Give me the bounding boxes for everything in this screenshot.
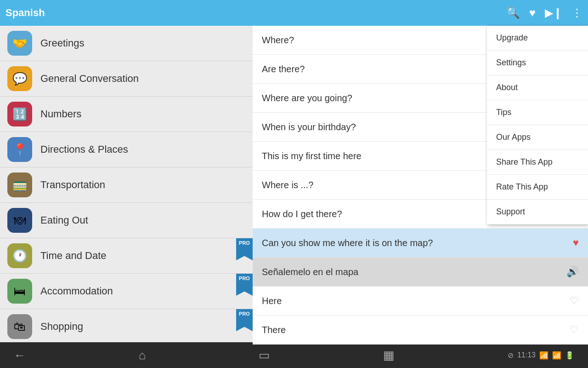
phrase-text-first-time: This is my first time here (262, 151, 362, 161)
phrase-text-show-map: Can you show me where it is on the map? (262, 238, 433, 248)
sidebar-label-general: General Conversation (40, 73, 139, 85)
eating-icon: 🍽 (7, 208, 32, 233)
dropdown-item-rate[interactable]: Rate This App (487, 175, 588, 200)
dropdown-item-settings[interactable]: Settings (487, 51, 588, 75)
app-title: Spanish (6, 7, 497, 19)
no-signal-icon: ⊘ (508, 351, 514, 360)
greetings-icon: 🤝 (7, 31, 32, 56)
sidebar-item-time[interactable]: 🕐Time and DatePRO (0, 238, 253, 274)
time-icon: 🕐 (7, 243, 32, 268)
dropdown-item-about[interactable]: About (487, 75, 588, 100)
sidebar-item-eating[interactable]: 🍽Eating Out (0, 203, 253, 238)
phrase-text-where: Where? (262, 35, 294, 46)
search-icon[interactable]: 🔍 (506, 6, 520, 19)
phrase-row-here[interactable]: Here♡ (253, 287, 588, 316)
sidebar-label-accommodation: Accommodation (40, 285, 113, 297)
phrase-text-where-is: Where is ...? (262, 180, 313, 190)
heart-icon-here[interactable]: ♡ (570, 295, 579, 307)
directions-icon: 📍 (7, 137, 32, 162)
signal-icon: 📶 (552, 351, 561, 360)
overflow-menu-icon[interactable]: ⋮ (571, 6, 582, 19)
dropdown-item-share[interactable]: Share This App (487, 150, 588, 175)
dropdown-item-our-apps[interactable]: Our Apps (487, 125, 588, 150)
status-bar: ⊘ 11:13 📶 📶 🔋 (508, 351, 574, 360)
phrase-text-birthday: When is your birthday? (262, 122, 356, 132)
content-wrapper: Where?♡Are there?♡Where are you going?♡W… (253, 26, 588, 342)
numbers-icon: 🔢 (7, 102, 32, 126)
pro-badge-accommodation: PRO (236, 274, 253, 296)
phrase-row-show-map[interactable]: Can you show me where it is on the map?♥ (253, 229, 588, 258)
play-icon[interactable]: ▶❙ (545, 6, 562, 19)
phrase-text-here: Here (262, 296, 282, 306)
dropdown-item-upgrade[interactable]: Upgrade (487, 26, 588, 51)
favorites-icon[interactable]: ♥ (529, 6, 536, 19)
shopping-icon: 🛍 (7, 314, 32, 339)
sidebar-label-directions: Directions & Places (40, 144, 128, 155)
main-layout: 🤝Greetings💬General Conversation🔢Numbers📍… (0, 26, 588, 342)
sidebar-item-numbers[interactable]: 🔢Numbers (0, 97, 253, 132)
phrase-text-how-get: How do I get there? (262, 209, 342, 219)
dropdown-item-support[interactable]: Support (487, 200, 588, 224)
phrase-text-where-going: Where are you going? (262, 93, 352, 104)
back-button[interactable]: ← (14, 348, 26, 362)
general-icon: 💬 (7, 66, 32, 91)
dropdown-menu: UpgradeSettingsAboutTipsOur AppsShare Th… (487, 26, 588, 224)
phrase-row-show-map-trans[interactable]: Señalemelo en el mapa🔊 (253, 258, 588, 287)
sidebar-item-directions[interactable]: 📍Directions & Places (0, 132, 253, 167)
clock: 11:13 (517, 351, 536, 359)
sidebar-label-shopping: Shopping (40, 321, 83, 333)
pro-badge-shopping: PRO (236, 309, 253, 331)
sidebar-label-numbers: Numbers (40, 108, 81, 120)
sidebar-label-greetings: Greetings (40, 37, 84, 49)
speaker-icon[interactable]: 🔊 (566, 266, 579, 278)
phrase-text-are-there: Are there? (262, 64, 305, 75)
top-bar: Spanish 🔍 ♥ ▶❙ ⋮ (0, 0, 588, 26)
phrase-row-there[interactable]: There♡ (253, 316, 588, 345)
pro-badge-time: PRO (236, 238, 253, 260)
accommodation-icon: 🛏 (7, 279, 32, 304)
home-button[interactable]: ⌂ (139, 348, 146, 362)
phrase-text-show-map-trans: Señalemelo en el mapa (262, 267, 358, 277)
heart-icon-there[interactable]: ♡ (570, 324, 579, 336)
bottom-bar: ← ⌂ ▭ ▦ ⊘ 11:13 📶 📶 🔋 (0, 342, 588, 368)
sidebar-label-transportation: Transportation (40, 179, 105, 191)
sidebar-label-eating: Eating Out (40, 214, 88, 226)
phrase-text-there: There (262, 325, 286, 335)
sidebar-item-shopping[interactable]: 🛍ShoppingPRO (0, 309, 253, 342)
sidebar-item-greetings[interactable]: 🤝Greetings (0, 26, 253, 61)
battery-icon: 🔋 (565, 351, 574, 360)
sidebar-item-transportation[interactable]: 🚃Transportation (0, 167, 253, 203)
recents-button[interactable]: ▭ (259, 348, 270, 362)
sidebar-item-general[interactable]: 💬General Conversation (0, 61, 253, 97)
dropdown-item-tips[interactable]: Tips (487, 100, 588, 125)
qr-button[interactable]: ▦ (383, 348, 395, 362)
sidebar-item-accommodation[interactable]: 🛏AccommodationPRO (0, 274, 253, 309)
sidebar: 🤝Greetings💬General Conversation🔢Numbers📍… (0, 26, 253, 342)
transportation-icon: 🚃 (7, 172, 32, 197)
heart-icon-show-map[interactable]: ♥ (573, 237, 579, 249)
wifi-icon: 📶 (539, 351, 548, 360)
sidebar-label-time: Time and Date (40, 250, 106, 262)
